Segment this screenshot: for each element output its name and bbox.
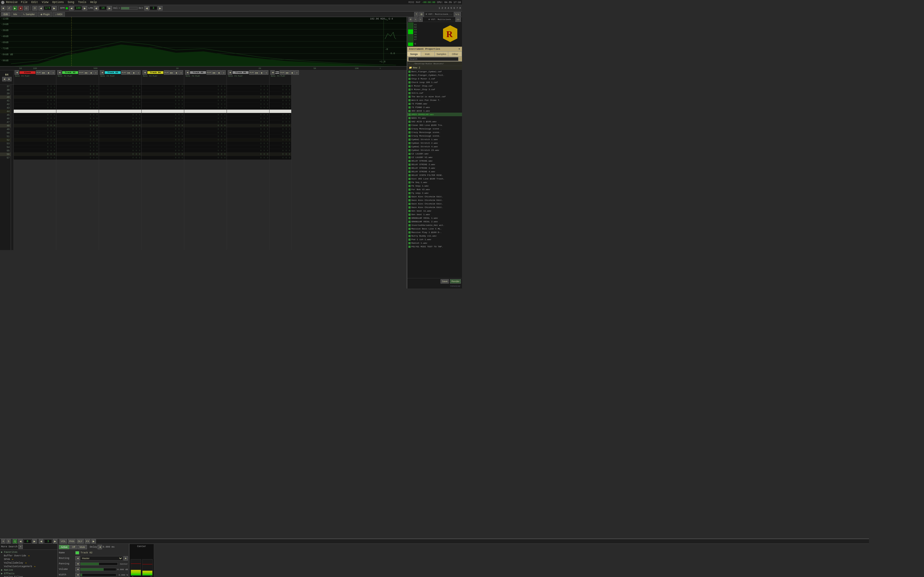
file-item-5[interactable]: D Minor_Chip 3.caf — [407, 88, 462, 91]
file-item-30[interactable]: Dist 303 Line @180 Trash. — [407, 177, 462, 181]
track-prev-5[interactable]: ◀ — [185, 70, 189, 75]
track-ctrl-2-3[interactable]: ⊙ — [94, 70, 98, 75]
menu-options[interactable]: Options — [51, 1, 65, 4]
file-item-17[interactable]: Crazy Monolouge scene. — [407, 131, 462, 134]
file-item-11[interactable]: 303 @159 1.wav — [407, 109, 462, 113]
bpm-inc[interactable]: ▶ — [82, 6, 87, 10]
track-ctrl-3-1[interactable]: ▶▶ — [127, 70, 131, 75]
track-ctrl-6-1[interactable]: ▶▶ — [255, 70, 259, 75]
tab-edit[interactable]: Edit — [1, 12, 10, 16]
file-item-46[interactable]: Nutty Buddy v11.wav — [407, 234, 462, 238]
oct-inc[interactable]: ▶ — [158, 6, 163, 10]
file-item-0[interactable]: Bent_Flanger_Cymbal.caf — [407, 70, 462, 73]
file-item-37[interactable]: Gaze Alex Chisholm Edit. — [407, 202, 462, 206]
track-ctrl-1-2[interactable]: ◼ — [46, 70, 51, 75]
file-item-22[interactable]: Cymbal Stretch 23.wav — [407, 148, 462, 152]
scroll-left-icon[interactable]: ◁ — [414, 42, 416, 45]
zoom-fit[interactable]: ⊞ — [409, 17, 413, 22]
lpb-dec[interactable]: ◀ — [94, 6, 99, 10]
track-left[interactable]: ◀ — [2, 77, 6, 81]
track-prev-4[interactable]: ◀ — [142, 70, 147, 75]
file-item-27[interactable]: DELAY STRIKE 3.wav — [407, 166, 462, 170]
tab-other[interactable]: Other — [448, 52, 462, 56]
file-item-45[interactable]: Massive Play 1 @180 D-. — [407, 230, 462, 234]
instrument-search-clear[interactable]: ✕ — [459, 58, 461, 60]
track-prev-1[interactable]: ◀ — [15, 70, 19, 75]
file-list[interactable]: Bent_Flanger_Cymbal.cafBent_Flanger_Cymb… — [407, 70, 462, 278]
tab-midi[interactable]: ♪ MIDI — [53, 12, 65, 16]
track-prev-6[interactable]: ◀ — [228, 70, 232, 75]
track-ctrl-7-3[interactable]: ⊙ — [294, 70, 299, 75]
file-item-39[interactable]: Gen beat 11.wav — [407, 209, 462, 213]
track-ctrl-5-1[interactable]: ▶▶ — [212, 70, 216, 75]
pattern-inc[interactable]: ▶ — [52, 6, 57, 10]
right-expand[interactable]: ▷▷ — [456, 17, 461, 22]
menu-song[interactable]: Song — [66, 1, 76, 4]
track-ctrl-3-2[interactable]: ◼ — [131, 70, 136, 75]
menu-file[interactable]: File — [19, 1, 29, 4]
file-item-38[interactable]: Gaze Alex Chisholm Edit. — [407, 206, 462, 209]
track-ctrl-4-3[interactable]: ⊙ — [179, 70, 183, 75]
oct-dec[interactable]: ◀ — [144, 6, 149, 10]
tab-instr[interactable]: Instr. — [421, 52, 435, 56]
file-item-32[interactable]: Fm Sequ 1.wav — [407, 184, 462, 188]
file-item-34[interactable]: Fq sequ 2.wav — [407, 191, 462, 195]
track-ctrl-4-1[interactable]: ▶▶ — [170, 70, 174, 75]
track-prev-3[interactable]: ◀ — [100, 70, 104, 75]
file-item-20[interactable]: Cymbal Stretch 2.wav — [407, 141, 462, 145]
menu-view[interactable]: View — [40, 1, 50, 4]
file-item-48[interactable]: Radish 1.wav — [407, 241, 462, 245]
file-item-16[interactable]: Crazy Monolouge scene . — [407, 127, 462, 131]
play-button[interactable]: ▶ — [13, 6, 17, 10]
tab-songs[interactable]: Songs — [407, 52, 421, 56]
zoom-out[interactable]: ∿ — [418, 17, 423, 22]
close-icon[interactable] — [1, 1, 5, 4]
track-prev-2[interactable]: ◀ — [57, 70, 61, 75]
file-item-28[interactable]: DELAY STRIKE 4.wav — [407, 170, 462, 173]
file-item-35[interactable]: Gaze Alex Chisholm Edit. — [407, 195, 462, 198]
tracks-scroll-area[interactable]: ◀ClockPLAY▶▶◼⊙NoteFXPLAY0000000000000000… — [14, 70, 407, 250]
track-ctrl-5-0[interactable]: PLAY — [207, 70, 212, 75]
folder-item[interactable]: 📁 New 2 — [407, 66, 462, 70]
instrument-props-expand[interactable]: ▼ — [458, 48, 460, 50]
file-item-3[interactable]: Chord loop 180 1.caf — [407, 81, 462, 84]
bpm-dec[interactable]: ◀ — [69, 6, 74, 10]
file-item-29[interactable]: DELAY SYNTH FILTER RISE. — [407, 173, 462, 177]
render-button[interactable]: Render — [450, 279, 461, 284]
tab-mix[interactable]: Mix — [11, 12, 20, 16]
track-ctrl-4-2[interactable]: ◼ — [174, 70, 178, 75]
pattern-dec[interactable]: ◀ — [39, 6, 43, 10]
file-item-1[interactable]: Bent_Flanger_Cymbal_filt. — [407, 73, 462, 77]
file-item-40[interactable]: Gen beat 1.wav — [407, 213, 462, 216]
file-item-26[interactable]: DELAY STRIKE 2.wav — [407, 163, 462, 166]
pattern-loop-button[interactable]: ⟳ — [32, 6, 37, 10]
file-item-10[interactable]: 73 PIANO 2.wav — [407, 105, 462, 109]
track-ctrl-5-3[interactable]: ⊙ — [221, 70, 226, 75]
track-ctrl-4-0[interactable]: PLAY — [164, 70, 169, 75]
file-item-49[interactable]: POLYG1 MIDI TEST TO TAP. — [407, 245, 462, 248]
save-button[interactable]: Save — [441, 279, 449, 284]
file-item-21[interactable]: Cymbal Stretch 4.wav — [407, 145, 462, 148]
file-item-8[interactable]: Weird ass Pod Chime T. — [407, 98, 462, 102]
record-button[interactable]: ● — [18, 6, 23, 10]
track-prev-7[interactable]: ◀ — [270, 70, 275, 75]
track-ctrl-6-2[interactable]: ◼ — [259, 70, 264, 75]
track-ctrl-2-1[interactable]: ▶▶ — [84, 70, 89, 75]
track-ctrl-1-1[interactable]: ▶▶ — [42, 70, 46, 75]
track-ctrl-6-0[interactable]: PLAY — [249, 70, 254, 75]
file-item-18[interactable]: Crazy Monolouge scene. — [407, 134, 462, 138]
tab-plugin[interactable]: ◈ Plugin — [38, 12, 53, 16]
file-item-4[interactable]: D Minor Chip.caf — [407, 84, 462, 88]
track-ctrl-2-0[interactable]: PLAY — [79, 70, 84, 75]
track-ctrl-7-2[interactable]: ◼ — [290, 70, 294, 75]
track-ctrl-3-3[interactable]: ⊙ — [136, 70, 141, 75]
file-item-19[interactable]: Cymbal Stretch 1.wav — [407, 138, 462, 141]
track-ctrl-1-0[interactable]: PLAY — [36, 70, 41, 75]
file-item-14[interactable]: 502 ACID 1 @165.wav — [407, 120, 462, 123]
file-item-33[interactable]: For Bob V2.wav — [407, 188, 462, 191]
file-item-13[interactable]: BASS FX.wav — [407, 116, 462, 120]
track-right[interactable]: ▶ — [7, 77, 11, 81]
menu-tools[interactable]: Tools — [76, 1, 88, 4]
file-item-9[interactable]: 73 PIANO.wav — [407, 102, 462, 105]
file-item-36[interactable]: Gaze Alex Chisholm Edit. — [407, 198, 462, 202]
